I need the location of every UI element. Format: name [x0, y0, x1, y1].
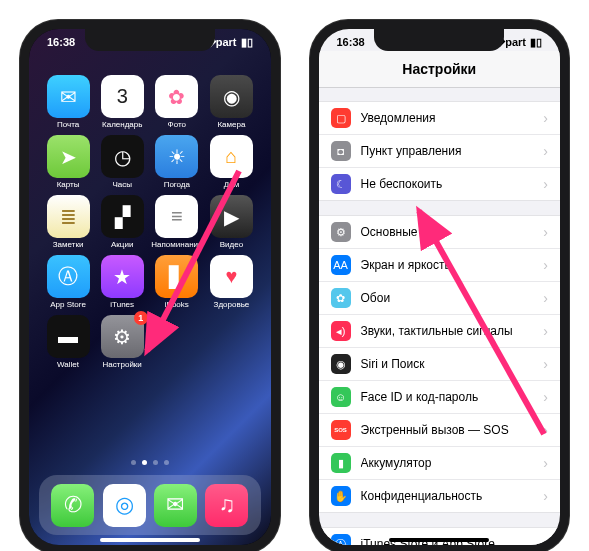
battery-icon: ▮▯ [241, 36, 253, 49]
settings-group-2: ⚙Основные›AAЭкран и яркость›✿Обои›◂)Звук… [319, 215, 561, 513]
status-time: 16:38 [47, 36, 75, 48]
notch [374, 29, 504, 51]
settings-row-Обои[interactable]: ✿Обои› [319, 282, 561, 315]
chevron-right-icon: › [543, 389, 548, 405]
app-icon: ≣ [47, 195, 90, 238]
app-label: iBooks [165, 300, 189, 309]
app-Акции[interactable]: ▞Акции [97, 195, 147, 249]
dock-messages[interactable]: ✉ [154, 484, 197, 527]
app-label: Напоминания [151, 240, 202, 249]
row-icon: ☺ [331, 387, 351, 407]
app-icon: ☀ [155, 135, 198, 178]
settings-row-Уведомления[interactable]: ▢Уведомления› [319, 102, 561, 135]
app-icon: ✿ [155, 75, 198, 118]
app-App Store[interactable]: ⒶApp Store [43, 255, 93, 309]
app-Заметки[interactable]: ≣Заметки [43, 195, 93, 249]
battery-icon: ▮▯ [530, 36, 542, 49]
dock-music[interactable]: ♫ [205, 484, 248, 527]
app-icon: 3 [101, 75, 144, 118]
settings-row-Не беспокоить[interactable]: ☾Не беспокоить› [319, 168, 561, 200]
settings-row-Звуки, тактильные сигналы[interactable]: ◂)Звуки, тактильные сигналы› [319, 315, 561, 348]
row-label: Экстренный вызов — SOS [361, 423, 544, 437]
settings-screen: 16:38 ▮▮▮▯ �part ▮▯ Настройки ▢Уведомлен… [319, 29, 561, 545]
settings-row-Экран и яркость[interactable]: AAЭкран и яркость› [319, 249, 561, 282]
app-Напоминания[interactable]: ≡Напоминания [151, 195, 202, 249]
settings-row-Основные[interactable]: ⚙Основные› [319, 216, 561, 249]
settings-row-Siri и Поиск[interactable]: ◉Siri и Поиск› [319, 348, 561, 381]
row-icon: ◘ [331, 141, 351, 161]
row-icon: ◉ [331, 354, 351, 374]
settings-row-Экстренный вызов — SOS[interactable]: SOSЭкстренный вызов — SOS› [319, 414, 561, 447]
chevron-right-icon: › [543, 323, 548, 339]
settings-row-Face ID и код-пароль[interactable]: ☺Face ID и код-пароль› [319, 381, 561, 414]
row-icon: ✋ [331, 486, 351, 506]
app-icon: ★ [101, 255, 144, 298]
settings-row-Аккумулятор[interactable]: ▮Аккумулятор› [319, 447, 561, 480]
settings-row-Пункт управления[interactable]: ◘Пункт управления› [319, 135, 561, 168]
settings-row-iTunes Store и App Store[interactable]: ⒶiTunes Store и App Store› [319, 528, 561, 545]
app-Видео[interactable]: ▶Видео [206, 195, 256, 249]
row-label: Звуки, тактильные сигналы [361, 324, 544, 338]
settings-row-Конфиденциальность[interactable]: ✋Конфиденциальность› [319, 480, 561, 512]
chevron-right-icon: › [543, 422, 548, 438]
app-Дом[interactable]: ⌂Дом [206, 135, 256, 189]
app-Настройки[interactable]: ⚙1Настройки [97, 315, 147, 369]
home-indicator[interactable] [389, 538, 489, 542]
dock-phone[interactable]: ✆ [51, 484, 94, 527]
chevron-right-icon: › [543, 143, 548, 159]
settings-list[interactable]: ▢Уведомления›◘Пункт управления›☾Не беспо… [319, 87, 561, 545]
row-icon: ▢ [331, 108, 351, 128]
app-Фото[interactable]: ✿Фото [151, 75, 202, 129]
chevron-right-icon: › [543, 356, 548, 372]
home-indicator[interactable] [100, 538, 200, 542]
app-label: Камера [217, 120, 245, 129]
app-Камера[interactable]: ◉Камера [206, 75, 256, 129]
app-label: iTunes [110, 300, 134, 309]
row-icon: Ⓐ [331, 534, 351, 545]
app-icon: ▞ [101, 195, 144, 238]
homescreen: 16:38 ▮▮▮▯ �part ▮▯ ✉Почта3Календарь✿Фот… [29, 29, 271, 545]
app-label: Карты [57, 180, 80, 189]
settings-group-3: ⒶiTunes Store и App Store›▬Wallet и Appl… [319, 527, 561, 545]
app-iTunes[interactable]: ★iTunes [97, 255, 147, 309]
chevron-right-icon: › [543, 176, 548, 192]
app-label: Календарь [102, 120, 142, 129]
app-label: Акции [111, 240, 133, 249]
app-label: Wallet [57, 360, 79, 369]
app-icon: ▶ [210, 195, 253, 238]
row-label: Не беспокоить [361, 177, 544, 191]
row-label: Уведомления [361, 111, 544, 125]
row-label: Основные [361, 225, 544, 239]
settings-app: 16:38 ▮▮▮▯ �part ▮▯ Настройки ▢Уведомлен… [319, 29, 561, 545]
chevron-right-icon: › [543, 455, 548, 471]
phone-right: 16:38 ▮▮▮▯ �part ▮▯ Настройки ▢Уведомлен… [310, 20, 570, 551]
app-iBooks[interactable]: ▋iBooks [151, 255, 202, 309]
app-Календарь[interactable]: 3Календарь [97, 75, 147, 129]
app-Wallet[interactable]: ▬Wallet [43, 315, 93, 369]
app-label: App Store [50, 300, 86, 309]
app-Часы[interactable]: ◷Часы [97, 135, 147, 189]
app-icon: ♥ [210, 255, 253, 298]
dock: ✆◎✉♫ [39, 475, 261, 535]
app-label: Видео [220, 240, 243, 249]
row-label: Face ID и код-пароль [361, 390, 544, 404]
chevron-right-icon: › [543, 110, 548, 126]
app-grid: ✉Почта3Календарь✿Фото◉Камера➤Карты◷Часы☀… [29, 65, 271, 369]
app-Почта[interactable]: ✉Почта [43, 75, 93, 129]
row-icon: AA [331, 255, 351, 275]
dock-safari[interactable]: ◎ [103, 484, 146, 527]
phone-left: 16:38 ▮▮▮▯ �part ▮▯ ✉Почта3Календарь✿Фот… [20, 20, 280, 551]
app-label: Фото [168, 120, 186, 129]
app-Карты[interactable]: ➤Карты [43, 135, 93, 189]
app-icon: ≡ [155, 195, 198, 238]
row-label: Siri и Поиск [361, 357, 544, 371]
app-label: Погода [164, 180, 190, 189]
row-label: Пункт управления [361, 144, 544, 158]
app-Здоровье[interactable]: ♥Здоровье [206, 255, 256, 309]
chevron-right-icon: › [543, 224, 548, 240]
page-dots[interactable] [131, 460, 169, 465]
app-icon: ▋ [155, 255, 198, 298]
app-icon: ➤ [47, 135, 90, 178]
app-Погода[interactable]: ☀Погода [151, 135, 202, 189]
status-time: 16:38 [337, 36, 365, 48]
